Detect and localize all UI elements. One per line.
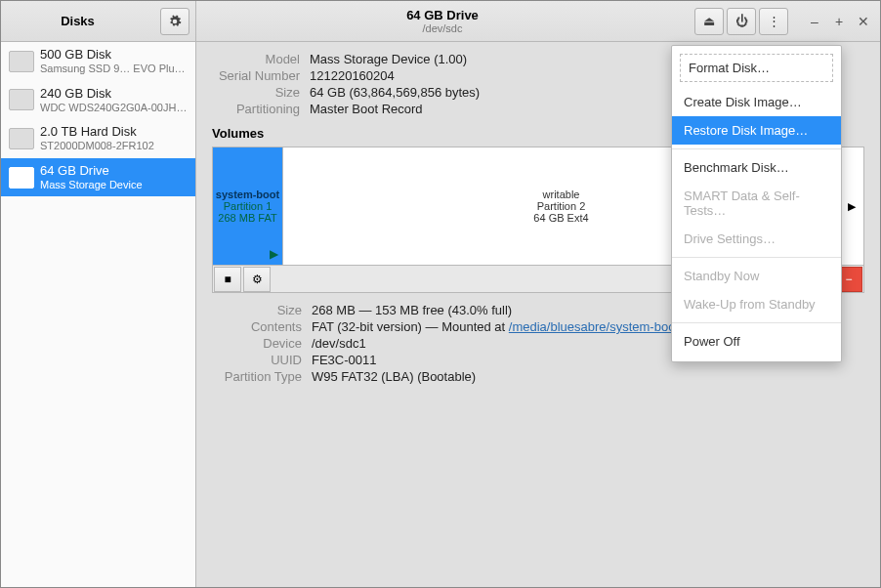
gears-icon: ⚙ xyxy=(252,273,263,286)
partition-line2: Partition 2 xyxy=(537,200,586,212)
power-icon: ⏻ xyxy=(735,14,748,28)
eject-icon: ⏏ xyxy=(703,14,715,28)
stop-icon: ■ xyxy=(224,273,231,286)
partition-name: writable xyxy=(543,189,580,200)
disk-sub: WDC WDS240G2G0A-00JH30 xyxy=(40,102,188,114)
minimize-icon: – xyxy=(811,14,818,29)
disk-name: 240 GB Disk xyxy=(40,87,188,102)
maximize-icon: + xyxy=(835,14,843,29)
label-ptype: Partition Type xyxy=(212,369,302,384)
menu-separator xyxy=(672,148,841,149)
hdd-icon xyxy=(9,128,34,149)
label-model: Model xyxy=(212,52,300,66)
app-settings-button[interactable] xyxy=(160,8,189,35)
power-button[interactable]: ⏻ xyxy=(727,8,756,35)
label-device: Device xyxy=(212,336,302,351)
label-psize: Size xyxy=(212,303,302,317)
disk-item-0[interactable]: 500 GB DiskSamsung SSD 9… EVO Plus 500GB xyxy=(1,42,195,81)
drive-title: 64 GB Drive xyxy=(406,8,479,22)
titlebar-left: Disks xyxy=(1,1,196,41)
partition-line2: Partition 1 xyxy=(224,200,273,212)
disk-item-2[interactable]: 2.0 TB Hard DiskST2000DM008-2FR102 xyxy=(1,119,195,158)
menu-create-image[interactable]: Create Disk Image… xyxy=(672,88,841,116)
close-icon: ✕ xyxy=(858,14,869,29)
titlebar: Disks 64 GB Drive /dev/sdc ⏏ ⏻ ⋮ – + ✕ xyxy=(1,1,880,42)
menu-separator xyxy=(672,322,841,323)
label-size: Size xyxy=(212,85,300,100)
volume-settings-button[interactable]: ⚙ xyxy=(243,267,271,292)
partition-line3: 64 GB Ext4 xyxy=(533,212,588,224)
eject-button[interactable]: ⏏ xyxy=(694,8,724,35)
disk-sub: ST2000DM008-2FR102 xyxy=(40,140,154,152)
minimize-button[interactable]: – xyxy=(804,11,825,32)
maximize-button[interactable]: + xyxy=(828,11,850,32)
menu-standby: Standby Now xyxy=(672,262,841,290)
drive-menu: Format Disk… Create Disk Image… Restore … xyxy=(671,45,842,362)
hdd-icon xyxy=(9,89,34,110)
partition-name: system-boot xyxy=(216,189,279,200)
titlebar-center: 64 GB Drive /dev/sdc xyxy=(196,1,689,41)
minus-icon: − xyxy=(845,273,852,286)
partition-free[interactable]: ▶ xyxy=(839,147,863,265)
usb-icon xyxy=(9,167,34,189)
hdd-icon xyxy=(9,51,34,72)
menu-restore-image[interactable]: Restore Disk Image… xyxy=(672,116,841,145)
disk-name: 64 GB Drive xyxy=(40,164,143,179)
disk-name: 2.0 TB Hard Disk xyxy=(40,125,154,140)
partition-1[interactable]: system-boot Partition 1 268 MB FAT ▶ xyxy=(213,147,283,265)
mount-link[interactable]: /media/bluesabre/system-boot xyxy=(509,319,679,334)
label-serial: Serial Number xyxy=(212,68,300,83)
menu-format-disk[interactable]: Format Disk… xyxy=(680,54,833,82)
label-contents: Contents xyxy=(212,319,302,334)
menu-poweroff[interactable]: Power Off xyxy=(672,327,841,356)
disk-name: 500 GB Disk xyxy=(40,48,188,63)
partition-line3: 268 MB FAT xyxy=(218,212,276,224)
disk-list: 500 GB DiskSamsung SSD 9… EVO Plus 500GB… xyxy=(1,42,196,587)
play-icon: ▶ xyxy=(270,247,278,261)
titlebar-right: ⏏ ⏻ ⋮ – + ✕ xyxy=(689,1,880,41)
drive-subtitle: /dev/sdc xyxy=(423,22,463,34)
play-icon: ▶ xyxy=(848,200,856,213)
label-partitioning: Partitioning xyxy=(212,102,300,116)
disk-item-1[interactable]: 240 GB DiskWDC WDS240G2G0A-00JH30 xyxy=(1,81,195,120)
app-title: Disks xyxy=(1,14,154,28)
disk-item-3[interactable]: 64 GB DriveMass Storage Device xyxy=(1,158,195,197)
contents-prefix: FAT (32-bit version) — Mounted at xyxy=(312,319,509,334)
kebab-icon: ⋮ xyxy=(768,14,780,28)
unmount-button[interactable]: ■ xyxy=(214,267,241,292)
value-ptype: W95 FAT32 (LBA) (Bootable) xyxy=(312,369,864,384)
more-menu-button[interactable]: ⋮ xyxy=(759,8,788,35)
label-uuid: UUID xyxy=(212,353,302,367)
disk-sub: Mass Storage Device xyxy=(40,179,143,191)
menu-separator xyxy=(672,257,841,258)
close-button[interactable]: ✕ xyxy=(853,11,874,32)
disk-sub: Samsung SSD 9… EVO Plus 500GB xyxy=(40,63,188,75)
menu-benchmark[interactable]: Benchmark Disk… xyxy=(672,153,841,182)
gear-icon xyxy=(168,15,182,28)
menu-drive-settings: Drive Settings… xyxy=(672,225,841,253)
menu-smart: SMART Data & Self-Tests… xyxy=(672,182,841,225)
menu-wakeup: Wake-Up from Standby xyxy=(672,290,841,318)
